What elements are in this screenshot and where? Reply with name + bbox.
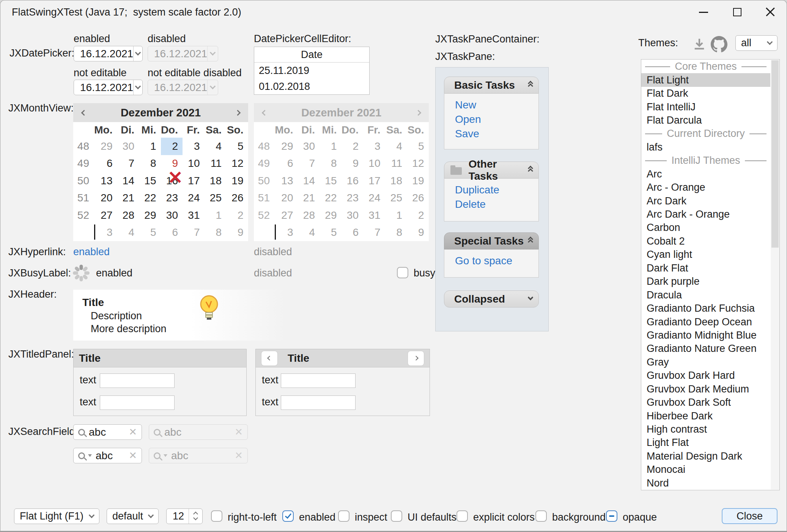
calendar-day[interactable]: 24	[183, 190, 205, 207]
checkbox-ui-defaults[interactable]	[391, 510, 402, 522]
search-input[interactable]: abc	[89, 426, 106, 438]
checkbox-enabled[interactable]	[282, 510, 294, 522]
clear-search-icon[interactable]: ✕	[129, 450, 137, 461]
calendar-day[interactable]: 1	[139, 138, 161, 155]
taskpane-header[interactable]: Special Tasks	[444, 232, 539, 250]
calendar-day[interactable]: 15	[139, 172, 161, 190]
theme-list-item[interactable]: Gradianto Dark Fuchsia	[641, 302, 770, 315]
calendar-day[interactable]: 29	[95, 138, 117, 155]
calendar-day[interactable]: 8	[139, 155, 161, 173]
theme-list-item[interactable]: Material Design Dark	[641, 450, 770, 463]
checkbox-background[interactable]	[535, 510, 547, 522]
theme-list-item[interactable]: Hiberbee Dark	[641, 409, 770, 422]
table-header-date[interactable]: Date	[254, 47, 369, 63]
theme-list-item[interactable]: Carbon	[641, 221, 770, 234]
theme-list-item[interactable]: Nord	[641, 477, 770, 490]
calendar-day[interactable]: 3	[183, 138, 205, 155]
theme-list-item[interactable]: Gruvbox Dark Medium	[641, 383, 770, 396]
datepicker-enabled-value[interactable]: 16.12.2021	[74, 46, 133, 61]
text-input[interactable]	[281, 373, 356, 388]
previous-month-button[interactable]	[73, 103, 94, 122]
font-size-value[interactable]: 12	[167, 509, 189, 524]
text-input[interactable]	[100, 395, 175, 410]
task-link[interactable]: Delete	[455, 198, 538, 213]
calendar-day[interactable]: 27	[95, 207, 117, 224]
theme-list-item[interactable]: Monocai	[641, 463, 770, 476]
search-field-enabled[interactable]: abc ✕	[73, 424, 142, 440]
theme-list-item[interactable]: Gradianto Deep Ocean	[641, 315, 770, 328]
calendar-day[interactable]: 3	[95, 224, 117, 242]
calendar-day[interactable]: 26	[226, 190, 248, 207]
calendar-day[interactable]: 7	[183, 224, 205, 242]
search-field-with-menu[interactable]: abc ✕	[73, 448, 142, 463]
datepicker-not-editable-value[interactable]: 16.12.2021	[74, 80, 133, 95]
collapse-icon[interactable]	[529, 239, 532, 244]
calendar-day[interactable]: 30	[117, 138, 139, 155]
calendar-day[interactable]: 2	[226, 207, 248, 224]
calendar-day[interactable]: 5	[139, 224, 161, 242]
theme-list-item[interactable]: Cobalt 2	[641, 235, 770, 248]
download-icon[interactable]	[692, 38, 707, 51]
checkbox-right-to-left[interactable]	[211, 510, 222, 522]
checkbox-inspect[interactable]	[338, 510, 349, 522]
theme-list-item[interactable]: Flat Dark	[641, 87, 770, 100]
task-link[interactable]: Open	[455, 113, 538, 128]
calendar-day[interactable]: 8	[205, 224, 227, 242]
github-icon[interactable]	[711, 36, 727, 53]
task-link[interactable]: Duplicate	[455, 184, 538, 198]
calendar-day[interactable]: 23	[161, 190, 183, 207]
next-month-button[interactable]	[227, 103, 248, 122]
theme-list-item[interactable]: Gradianto Nature Green	[641, 342, 770, 355]
calendar-day[interactable]: 6	[161, 224, 183, 242]
datepicker-not-editable[interactable]: 16.12.2021	[74, 80, 143, 95]
taskpane-header[interactable]: Basic Tasks	[444, 77, 539, 94]
calendar-day[interactable]: 29	[139, 207, 161, 224]
theme-list-item[interactable]: Flat Darcula	[641, 114, 770, 127]
theme-list-item[interactable]: lafs	[641, 141, 770, 154]
calendar-day[interactable]: 9	[161, 155, 183, 173]
theme-list-item[interactable]: Arc	[641, 168, 770, 181]
calendar-day[interactable]: 31	[183, 207, 205, 224]
theme-list-item[interactable]: Arc Dark - Orange	[641, 208, 770, 221]
task-link[interactable]: Go to space	[455, 255, 538, 269]
calendar-day[interactable]: 6	[95, 155, 117, 173]
calendar-day[interactable]: 28	[117, 207, 139, 224]
scrollbar[interactable]	[771, 60, 779, 490]
theme-list-item[interactable]: Gray	[641, 356, 770, 369]
calendar-day[interactable]: 18	[205, 172, 227, 190]
theme-list-item[interactable]: Arc Dark	[641, 194, 770, 207]
task-link[interactable]: Save	[455, 128, 538, 142]
themes-filter-combo[interactable]: all	[735, 35, 778, 51]
calendar-day[interactable]: 17	[183, 172, 205, 190]
datepicker-dropdown-button[interactable]	[133, 46, 142, 61]
calendar-day[interactable]: 5	[226, 138, 248, 155]
calendar-day[interactable]: 12	[226, 155, 248, 173]
calendar-day[interactable]: 1	[205, 207, 227, 224]
lookandfeel-combo[interactable]: Flat Light (F1)	[14, 508, 99, 524]
taskpane-header[interactable]: Collapsed	[444, 290, 539, 308]
scrollbar-thumb[interactable]	[771, 60, 779, 248]
calendar-day[interactable]: 7	[117, 155, 139, 173]
clear-search-icon[interactable]: ✕	[129, 426, 137, 438]
theme-list-item[interactable]: Light Flat	[641, 436, 770, 449]
expand-icon[interactable]	[529, 299, 532, 300]
theme-list-item[interactable]: Gradianto Midnight Blue	[641, 329, 770, 342]
theme-list-item[interactable]: Dark purple	[641, 275, 770, 288]
minimize-button[interactable]	[686, 0, 721, 24]
title-right-button[interactable]	[408, 351, 424, 366]
search-menu-arrow-icon[interactable]	[88, 454, 92, 457]
close-button[interactable]: Close	[722, 508, 778, 524]
theme-list-item[interactable]: Dark Flat	[641, 262, 770, 275]
calendar-day[interactable]: 19	[226, 172, 248, 190]
theme-list-item[interactable]: Dracula	[641, 288, 770, 301]
collapse-icon[interactable]	[529, 168, 532, 173]
calendar-day[interactable]: 30	[161, 207, 183, 224]
calendar-day[interactable]: 2	[161, 138, 183, 155]
calendar-day[interactable]: 4	[117, 224, 139, 242]
date-row[interactable]: 01.02.2018	[254, 78, 369, 94]
close-window-button[interactable]	[753, 0, 787, 24]
calendar-day[interactable]: 10	[183, 155, 205, 173]
calendar-day[interactable]: 9	[226, 224, 248, 242]
task-link[interactable]: New	[455, 99, 538, 113]
maximize-button[interactable]	[720, 0, 754, 24]
